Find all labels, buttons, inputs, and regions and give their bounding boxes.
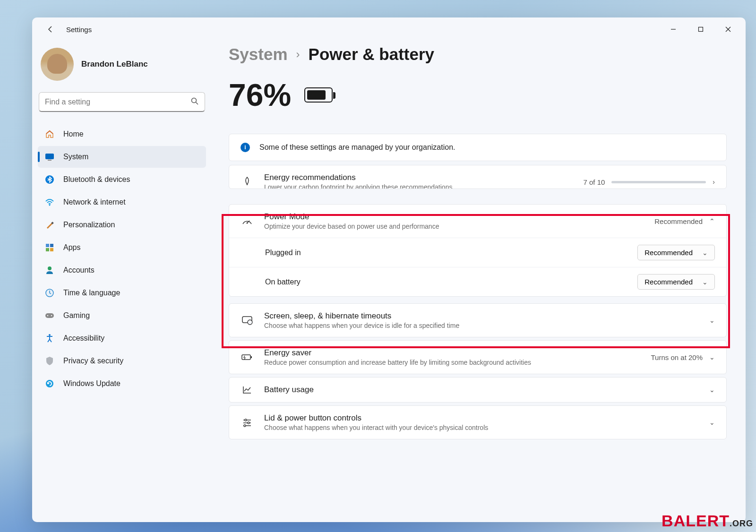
bluetooth-icon bbox=[44, 174, 55, 185]
profile-name: Brandon LeBlanc bbox=[81, 60, 148, 69]
chevron-down-icon: ⌄ bbox=[709, 386, 715, 394]
svg-rect-1 bbox=[699, 27, 703, 32]
speedometer-icon bbox=[241, 216, 254, 226]
svg-point-9 bbox=[49, 205, 51, 206]
info-icon: i bbox=[241, 143, 250, 152]
watermark: BALERT.ORG bbox=[662, 512, 753, 530]
nav-label: Home bbox=[63, 130, 84, 138]
minimize-button[interactable] bbox=[660, 20, 687, 39]
main-content: System › Power & battery 76% i Some of t… bbox=[212, 41, 746, 522]
nav-label: Bluetooth & devices bbox=[63, 175, 130, 184]
svg-point-4 bbox=[192, 98, 197, 103]
back-button[interactable] bbox=[43, 22, 58, 36]
card-title: Power Mode bbox=[264, 212, 644, 222]
energy-saver-value: Turns on at 20% bbox=[651, 353, 703, 361]
nav-label: Apps bbox=[63, 243, 80, 252]
nav-apps[interactable]: Apps bbox=[38, 237, 206, 258]
svg-rect-11 bbox=[46, 244, 49, 247]
nav-personalization[interactable]: Personalization bbox=[38, 214, 206, 236]
nav-update[interactable]: Windows Update bbox=[38, 373, 206, 395]
search-icon bbox=[190, 97, 199, 107]
clock-icon bbox=[44, 288, 55, 298]
card-title: Battery usage bbox=[264, 385, 699, 395]
nav-label: Network & internet bbox=[63, 198, 126, 206]
breadcrumb-parent[interactable]: System bbox=[229, 45, 288, 64]
wifi-icon bbox=[44, 197, 55, 207]
svg-point-29 bbox=[245, 419, 247, 421]
svg-rect-14 bbox=[50, 248, 53, 251]
nav-gaming[interactable]: Gaming bbox=[38, 305, 206, 326]
on-battery-row: On battery Recommended ⌄ bbox=[229, 267, 726, 296]
sidebar: Brandon LeBlanc Home System bbox=[32, 41, 212, 522]
nav: Home System Bluetooth & devices Network … bbox=[37, 123, 207, 395]
svg-rect-13 bbox=[46, 248, 49, 251]
chevron-down-icon: ⌄ bbox=[709, 419, 715, 426]
brush-icon bbox=[44, 220, 55, 230]
svg-point-19 bbox=[51, 315, 52, 316]
page-title: Power & battery bbox=[309, 45, 434, 64]
card-subtitle: Optimize your device based on power use … bbox=[264, 223, 644, 230]
svg-rect-26 bbox=[242, 355, 250, 360]
nav-accounts[interactable]: Accounts bbox=[38, 259, 206, 281]
nav-time[interactable]: Time & language bbox=[38, 282, 206, 304]
search-input[interactable] bbox=[39, 92, 205, 112]
maximize-button[interactable] bbox=[687, 20, 714, 39]
nav-label: Windows Update bbox=[63, 379, 120, 388]
chevron-up-icon: ⌃ bbox=[709, 217, 715, 225]
timeouts-card[interactable]: Screen, sleep, & hibernate timeouts Choo… bbox=[229, 303, 727, 337]
card-title: Energy saver bbox=[264, 348, 640, 358]
person-icon bbox=[44, 265, 55, 275]
avatar bbox=[41, 48, 74, 81]
chevron-down-icon: ⌄ bbox=[709, 317, 715, 324]
org-managed-banner: i Some of these settings are managed by … bbox=[229, 134, 727, 161]
battery-saver-icon bbox=[241, 353, 254, 361]
power-mode-value: Recommended bbox=[654, 217, 703, 225]
card-subtitle: Choose what happens when you interact wi… bbox=[264, 424, 699, 431]
svg-rect-17 bbox=[45, 313, 54, 318]
svg-rect-27 bbox=[251, 356, 252, 358]
gamepad-icon bbox=[44, 310, 55, 321]
nav-bluetooth[interactable]: Bluetooth & devices bbox=[38, 169, 206, 190]
nav-network[interactable]: Network & internet bbox=[38, 191, 206, 213]
card-subtitle: Reduce power consumption and increase ba… bbox=[264, 359, 640, 366]
power-mode-header[interactable]: Power Mode Optimize your device based on… bbox=[229, 205, 726, 238]
chevron-down-icon: ⌄ bbox=[709, 353, 715, 361]
nav-privacy[interactable]: Privacy & security bbox=[38, 350, 206, 372]
profile[interactable]: Brandon LeBlanc bbox=[37, 41, 207, 92]
svg-point-20 bbox=[49, 334, 51, 336]
battery-percent: 76% bbox=[229, 77, 291, 113]
battery-icon bbox=[304, 87, 333, 103]
card-title: Energy recommendations bbox=[264, 173, 573, 182]
card-subtitle: Choose what happens when your device is … bbox=[264, 322, 699, 329]
on-battery-dropdown[interactable]: Recommended ⌄ bbox=[637, 274, 715, 290]
search-field[interactable] bbox=[45, 98, 190, 106]
leaf-icon bbox=[241, 176, 254, 188]
nav-label: Gaming bbox=[63, 311, 90, 320]
energy-rec-count: 7 of 10 bbox=[583, 178, 605, 186]
on-battery-label: On battery bbox=[265, 278, 301, 286]
card-title: Lid & power button controls bbox=[264, 413, 699, 423]
nav-accessibility[interactable]: Accessibility bbox=[38, 327, 206, 349]
battery-usage-card[interactable]: Battery usage ⌄ bbox=[229, 377, 727, 403]
svg-rect-7 bbox=[48, 160, 52, 161]
svg-line-5 bbox=[196, 102, 198, 104]
nav-system[interactable]: System bbox=[38, 146, 206, 168]
window-title: Settings bbox=[66, 26, 92, 34]
update-icon bbox=[44, 378, 55, 389]
nav-label: Privacy & security bbox=[63, 357, 123, 365]
close-button[interactable] bbox=[714, 20, 742, 39]
system-icon bbox=[44, 152, 55, 162]
nav-label: Accounts bbox=[63, 266, 94, 275]
energy-saver-card[interactable]: Energy saver Reduce power consumption an… bbox=[229, 340, 727, 374]
card-title: Screen, sleep, & hibernate timeouts bbox=[264, 311, 699, 321]
accessibility-icon bbox=[44, 333, 55, 343]
banner-text: Some of these settings are managed by yo… bbox=[259, 143, 455, 152]
energy-recommendations-card[interactable]: Energy recommendations Lower your carbon… bbox=[229, 165, 727, 189]
plugged-in-dropdown[interactable]: Recommended ⌄ bbox=[637, 245, 715, 260]
home-icon bbox=[44, 129, 55, 139]
nav-home[interactable]: Home bbox=[38, 123, 206, 145]
progress-bar bbox=[611, 181, 706, 183]
chevron-down-icon: ⌄ bbox=[702, 249, 708, 257]
lid-controls-card[interactable]: Lid & power button controls Choose what … bbox=[229, 405, 727, 439]
nav-label: Personalization bbox=[63, 221, 115, 229]
